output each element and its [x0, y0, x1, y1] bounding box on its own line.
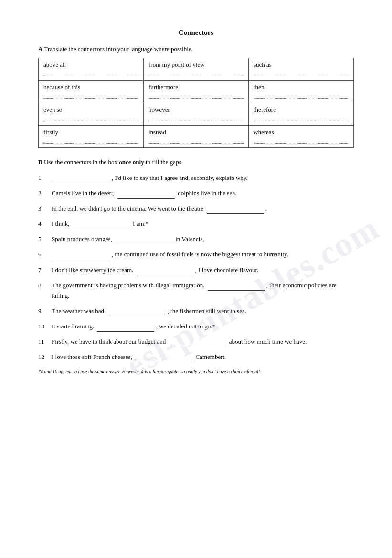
fill-blank[interactable]: [135, 362, 192, 362]
exercise-number: 9: [38, 306, 52, 316]
fill-blank[interactable]: [137, 275, 194, 275]
connector-word: from my point of view: [148, 61, 244, 69]
translation-line: [43, 70, 138, 76]
fill-blank[interactable]: [208, 290, 265, 291]
connector-word: above all: [43, 61, 138, 69]
table-cell: even so: [39, 103, 144, 126]
fill-blank[interactable]: [115, 244, 172, 244]
connector-word: then: [254, 84, 349, 91]
list-item: 2Camels live in the desert, dolphins liv…: [38, 188, 354, 199]
footnote: *4 and 10 appear to have the same answer…: [38, 369, 354, 374]
translation-line: [254, 92, 349, 99]
exercise-text-fragment: about how much time we have.: [228, 338, 307, 345]
page-title: Connectors: [38, 29, 354, 37]
exercise-text: , the continued use of fossil fuels is n…: [52, 249, 354, 260]
exercise-text-fragment: .: [265, 205, 267, 212]
exercise-text-fragment: I am.*: [131, 220, 148, 227]
exercise-text-fragment: I don't like strawberry ice cream.: [52, 266, 135, 274]
section-b-label: B: [38, 158, 42, 166]
table-cell: instead: [144, 126, 249, 148]
exercise-text: I think, I am.*: [52, 219, 354, 229]
table-cell: firstly: [39, 126, 144, 148]
section-b-text-bold: once only: [119, 158, 144, 166]
connector-word: instead: [148, 128, 244, 136]
connector-word: even so: [43, 106, 138, 114]
exercise-text: Spain produces oranges, in Valencia.: [52, 234, 354, 244]
translation-line: [43, 115, 138, 121]
translation-line: [148, 115, 244, 121]
list-item: 3In the end, we didn't go to the cinema.…: [38, 203, 354, 214]
translation-line: [148, 137, 244, 144]
exercise-text-fragment: Spain produces oranges,: [52, 235, 114, 242]
connector-word: however: [148, 106, 244, 114]
list-item: 5Spain produces oranges, in Valencia.: [38, 234, 354, 244]
fill-blank[interactable]: [73, 229, 130, 229]
exercise-text-fragment: Firstly, we have to think about our budg…: [52, 338, 168, 345]
table-cell: from my point of view: [144, 58, 249, 81]
exercise-text: In the end, we didn't go to the cinema. …: [52, 203, 354, 214]
exercise-text-fragment: , the fishermen still went to sea.: [168, 307, 246, 315]
fill-blank[interactable]: [53, 183, 110, 183]
fill-blank[interactable]: [53, 260, 110, 260]
table-cell: furthermore: [144, 81, 249, 103]
exercise-number: 10: [38, 321, 52, 332]
table-cell: because of this: [39, 81, 144, 103]
exercise-number: 4: [38, 219, 52, 229]
table-cell: whereas: [249, 126, 354, 148]
fill-blank[interactable]: [207, 213, 264, 214]
table-cell: then: [249, 81, 354, 103]
translation-line: [43, 92, 138, 99]
fill-blank[interactable]: [97, 331, 154, 332]
exercise-text: I don't like strawberry ice cream. , I l…: [52, 265, 354, 275]
exercise-text-fragment: I love those soft French cheeses,: [52, 353, 134, 360]
fill-blank[interactable]: [117, 198, 175, 199]
list-item: 4I think, I am.*: [38, 219, 354, 229]
exercise-text-fragment: in Valencia.: [174, 235, 204, 242]
section-b-text-plain: Use the connectors in the box: [44, 158, 119, 166]
section-a-label: A: [38, 45, 42, 53]
connector-word: such as: [254, 61, 349, 69]
exercise-text-fragment: Camembert.: [194, 353, 226, 360]
exercise-number: 12: [38, 352, 52, 362]
connector-word: firstly: [43, 128, 138, 136]
connector-word: therefore: [254, 106, 349, 114]
exercise-text: Firstly, we have to think about our budg…: [52, 337, 354, 347]
translation-line: [43, 137, 138, 144]
exercise-text: The government is having problems with i…: [52, 280, 354, 301]
table-cell: however: [144, 103, 249, 126]
exercise-text: Camels live in the desert, dolphins live…: [52, 188, 354, 199]
exercise-text-fragment: Camels live in the desert,: [52, 190, 116, 197]
connector-word: furthermore: [148, 84, 244, 91]
exercise-text-fragment: In the end, we didn't go to the cinema. …: [52, 205, 205, 212]
list-item: 11Firstly, we have to think about our bu…: [38, 337, 354, 347]
translation-line: [254, 137, 349, 144]
exercise-text-fragment: , I'd like to say that I agree and, seco…: [112, 174, 248, 181]
section-b-instruction: B Use the connectors in the box once onl…: [38, 158, 354, 166]
list-item: 1, I'd like to say that I agree and, sec…: [38, 173, 354, 183]
list-item: 7I don't like strawberry ice cream. , I …: [38, 265, 354, 275]
exercise-number: 6: [38, 249, 52, 260]
list-item: 9The weather was bad. , the fishermen st…: [38, 306, 354, 316]
translation-line: [254, 115, 349, 121]
exercise-text-fragment: , the continued use of fossil fuels is n…: [112, 251, 288, 258]
connector-word: whereas: [254, 128, 349, 136]
fill-blank[interactable]: [109, 316, 166, 316]
exercise-number: 7: [38, 265, 52, 275]
exercise-number: 2: [38, 188, 52, 199]
exercise-text: It started raining. , we decided not to …: [52, 321, 354, 332]
exercise-number: 5: [38, 234, 52, 244]
translation-line: [254, 70, 349, 76]
list-item: 8The government is having problems with …: [38, 280, 354, 301]
translation-line: [148, 92, 244, 99]
fill-blank[interactable]: [169, 347, 226, 347]
connector-word: because of this: [43, 84, 138, 91]
exercise-text: I love those soft French cheeses, Camemb…: [52, 352, 354, 362]
exercise-number: 3: [38, 203, 52, 214]
connectors-table: above allfrom my point of viewsuch asbec…: [38, 58, 354, 148]
exercise-text-fragment: dolphins live in the sea.: [176, 190, 236, 197]
translation-line: [148, 70, 244, 76]
exercise-number: 1: [38, 173, 52, 183]
table-cell: therefore: [249, 103, 354, 126]
exercise-number: 11: [38, 337, 52, 347]
section-b-text-end: to fill the gaps.: [144, 158, 183, 166]
